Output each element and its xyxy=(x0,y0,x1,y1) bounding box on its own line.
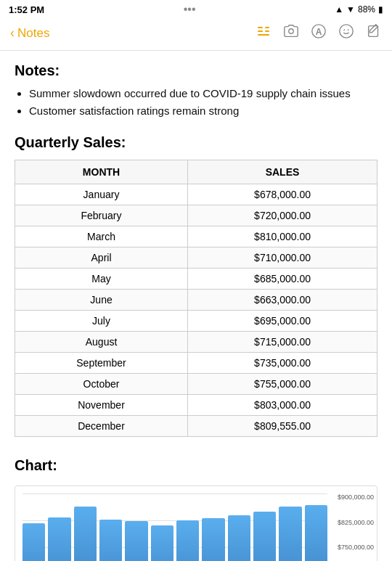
table-row: May$685,000.00 xyxy=(15,269,377,290)
cell-month: April xyxy=(15,247,188,269)
y-label: $900,000.00 xyxy=(330,494,374,501)
chart-section: Chart: $900,000.00$825,000.00$750,000.00… xyxy=(15,457,377,561)
table-row: September$735,000.00 xyxy=(15,353,377,374)
cell-sales: $755,000.00 xyxy=(188,374,377,395)
svg-rect-3 xyxy=(265,30,269,32)
chart-bar xyxy=(99,520,122,561)
cell-month: March xyxy=(15,226,188,247)
back-label: Notes xyxy=(17,26,49,41)
table-row: February$720,000.00 xyxy=(15,205,377,226)
chart-bar xyxy=(74,507,97,561)
cell-sales: $663,000.00 xyxy=(188,290,377,311)
notes-list: Summer slowdown occurred due to COVID-19… xyxy=(29,85,377,120)
table-row: January$678,000.00 xyxy=(15,184,377,205)
table-row: December$809,555.00 xyxy=(15,416,377,437)
svg-rect-4 xyxy=(258,34,269,36)
chart-title: Chart: xyxy=(15,457,377,474)
notes-section: Notes: Summer slowdown occurred due to C… xyxy=(15,62,377,120)
bar-wrap xyxy=(202,494,224,561)
cell-sales: $720,000.00 xyxy=(188,205,377,226)
chart-bars xyxy=(23,494,327,561)
cell-sales: $685,000.00 xyxy=(188,269,377,290)
cell-month: December xyxy=(15,416,188,437)
table-row: August$715,000.00 xyxy=(15,332,377,353)
cell-sales: $695,000.00 xyxy=(188,311,377,332)
cell-month: August xyxy=(15,332,188,353)
chart-bar xyxy=(202,518,224,561)
sales-table: MONTH SALES January$678,000.00February$7… xyxy=(15,160,377,437)
chart-bar xyxy=(48,517,70,561)
list-item: Customer satisfaction ratings remain str… xyxy=(29,102,377,120)
status-right: ▲ ▼ 88% ▮ xyxy=(335,4,383,15)
bar-wrap xyxy=(125,494,147,561)
cell-month: October xyxy=(15,374,188,395)
camera-icon[interactable] xyxy=(283,23,299,43)
wifi-icon: ▲ xyxy=(335,4,343,15)
checklist-icon[interactable] xyxy=(256,23,271,43)
notes-title: Notes: xyxy=(15,62,377,79)
markup-icon[interactable]: A xyxy=(311,23,327,43)
list-item: Summer slowdown occurred due to COVID-19… xyxy=(29,85,377,102)
cell-month: February xyxy=(15,205,188,226)
chart-y-labels: $900,000.00$825,000.00$750,000.00$675,00… xyxy=(327,486,377,561)
battery-icon: ▮ xyxy=(378,4,383,15)
svg-point-9 xyxy=(343,29,345,30)
bar-wrap xyxy=(23,494,45,561)
nav-icons: A xyxy=(256,23,382,43)
svg-point-10 xyxy=(348,29,349,30)
table-row: June$663,000.00 xyxy=(15,290,377,311)
quarterly-sales-section: Quarterly Sales: MONTH SALES January$678… xyxy=(15,134,377,437)
nav-bar: ‹ Notes A xyxy=(0,19,392,51)
back-button[interactable]: ‹ Notes xyxy=(10,25,49,41)
bar-wrap xyxy=(48,494,70,561)
table-row: July$695,000.00 xyxy=(15,311,377,332)
table-row: April$710,000.00 xyxy=(15,247,377,269)
content-area: Notes: Summer slowdown occurred due to C… xyxy=(0,51,392,561)
svg-rect-0 xyxy=(258,27,263,28)
compose-icon[interactable] xyxy=(366,23,382,43)
cell-sales: $803,000.00 xyxy=(188,395,377,416)
bar-wrap xyxy=(305,494,327,561)
chart-bar xyxy=(23,523,45,561)
table-row: October$755,000.00 xyxy=(15,374,377,395)
col-header-month: MONTH xyxy=(15,160,188,184)
cell-month: July xyxy=(15,311,188,332)
col-header-sales: SALES xyxy=(188,160,377,184)
svg-point-8 xyxy=(340,25,353,38)
chart-bar xyxy=(228,515,250,561)
bar-wrap xyxy=(253,494,276,561)
cell-month: May xyxy=(15,269,188,290)
ellipsis-icon: ••• xyxy=(184,3,196,16)
cell-month: November xyxy=(15,395,188,416)
back-chevron-icon: ‹ xyxy=(10,25,15,41)
table-row: November$803,000.00 xyxy=(15,395,377,416)
svg-point-5 xyxy=(289,29,293,33)
chart-bar xyxy=(176,520,199,561)
chart-bar xyxy=(151,525,173,561)
cell-sales: $809,555.00 xyxy=(188,416,377,437)
bar-wrap xyxy=(151,494,173,561)
status-center: ••• xyxy=(184,3,196,16)
bar-wrap xyxy=(74,494,97,561)
bar-wrap xyxy=(176,494,199,561)
signal-icon: ▼ xyxy=(346,4,355,15)
chart-bar xyxy=(279,507,301,561)
cell-sales: $678,000.00 xyxy=(188,184,377,205)
cell-sales: $735,000.00 xyxy=(188,353,377,374)
cell-month: June xyxy=(15,290,188,311)
chart-bar xyxy=(125,521,147,561)
svg-rect-2 xyxy=(265,27,269,28)
y-label: $750,000.00 xyxy=(330,544,374,551)
chart-bar xyxy=(305,505,327,561)
cell-month: September xyxy=(15,353,188,374)
svg-rect-1 xyxy=(258,30,263,32)
bar-wrap xyxy=(99,494,122,561)
bar-wrap xyxy=(228,494,250,561)
chart-bar xyxy=(253,512,276,561)
table-row: March$810,000.00 xyxy=(15,226,377,247)
quarterly-title: Quarterly Sales: xyxy=(15,134,377,151)
status-bar: 1:52 PM ••• ▲ ▼ 88% ▮ xyxy=(0,0,392,19)
emoji-icon[interactable] xyxy=(338,23,354,43)
status-time: 1:52 PM xyxy=(9,4,44,15)
bar-wrap xyxy=(279,494,301,561)
